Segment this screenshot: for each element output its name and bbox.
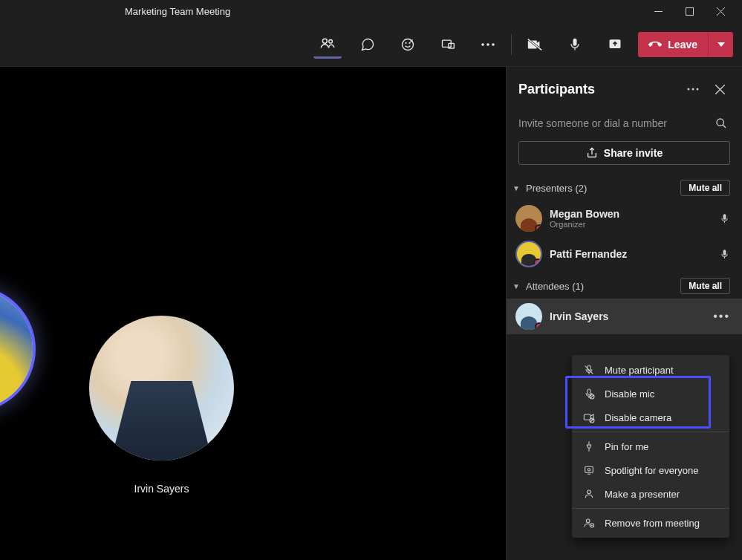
- ctx-pin-for-me[interactable]: Pin for me: [572, 434, 729, 458]
- panel-more-icon[interactable]: [683, 79, 703, 100]
- toolbar-left-group: [313, 30, 502, 59]
- attendees-toggle[interactable]: ▼: [512, 282, 521, 290]
- ctx-label: Spotlight for everyone: [605, 465, 698, 476]
- share-icon: [586, 147, 598, 159]
- avatar: [515, 205, 542, 232]
- ctx-remove-from-meeting[interactable]: Remove from meeting: [572, 511, 729, 535]
- svg-point-14: [688, 88, 690, 91]
- attendees-header: ▼ Attendees (1) Mute all: [507, 272, 742, 299]
- svg-point-11: [492, 43, 495, 46]
- participant-row[interactable]: Megan Bowen Organizer: [507, 201, 742, 236]
- stage-avatar[interactable]: [89, 316, 234, 460]
- pin-icon: [582, 440, 596, 453]
- mic-status-icon[interactable]: [719, 249, 730, 260]
- menu-separator: [572, 432, 729, 432]
- svg-point-3: [329, 39, 333, 43]
- svg-rect-21: [588, 389, 590, 394]
- presence-busy-icon: [535, 322, 542, 330]
- people-icon[interactable]: [313, 30, 342, 59]
- presenters-toggle[interactable]: ▼: [512, 184, 521, 192]
- ctx-label: Disable mic: [605, 388, 654, 400]
- panel-header: Participants: [507, 67, 742, 108]
- ctx-spotlight[interactable]: Spotlight for everyone: [572, 458, 729, 482]
- leave-button-group: Leave: [638, 32, 733, 57]
- ctx-label: Mute participant: [605, 365, 674, 376]
- participant-name: Irvin Sayers: [550, 310, 706, 322]
- presence-busy-icon: [535, 224, 542, 232]
- search-icon[interactable]: [712, 114, 730, 132]
- svg-point-6: [409, 42, 410, 43]
- ctx-make-presenter[interactable]: Make a presenter: [572, 482, 729, 506]
- share-invite-row: Share invite: [507, 138, 742, 174]
- hangup-icon: [648, 38, 662, 51]
- presenter-icon: [582, 487, 596, 501]
- participant-more-icon[interactable]: •••: [713, 310, 730, 323]
- svg-point-28: [586, 519, 590, 523]
- leave-label: Leave: [668, 39, 697, 51]
- chat-icon[interactable]: [354, 30, 382, 59]
- spotlight-icon: [582, 463, 596, 477]
- toolbar-separator: [511, 34, 512, 55]
- invite-input[interactable]: Invite someone or dial a number: [518, 117, 712, 129]
- share-screen-icon[interactable]: [601, 30, 629, 59]
- svg-rect-12: [573, 38, 577, 45]
- ctx-label: Disable camera: [605, 412, 671, 423]
- remove-person-icon: [582, 516, 596, 530]
- speaking-avatar-left[interactable]: [0, 286, 36, 412]
- participant-row[interactable]: Patti Fernandez: [507, 236, 742, 272]
- camera-off-icon[interactable]: [521, 30, 549, 59]
- meeting-toolbar: Leave: [0, 22, 742, 67]
- ctx-disable-camera[interactable]: Disable camera: [572, 406, 729, 429]
- camera-disabled-icon: [582, 411, 596, 424]
- participant-row[interactable]: Irvin Sayers •••: [507, 299, 742, 334]
- svg-rect-0: [654, 11, 663, 12]
- mic-off-icon: [582, 363, 596, 377]
- avatar: [515, 241, 542, 267]
- more-icon[interactable]: [474, 30, 502, 59]
- maximize-button[interactable]: [674, 0, 705, 22]
- svg-point-15: [692, 88, 694, 91]
- microphone-icon[interactable]: [561, 30, 589, 59]
- participant-name: Megan Bowen: [550, 208, 712, 220]
- svg-point-10: [486, 43, 489, 46]
- invite-row[interactable]: Invite someone or dial a number: [507, 108, 742, 138]
- reactions-icon[interactable]: [394, 30, 422, 59]
- participant-name: Patti Fernandez: [550, 248, 712, 260]
- participant-info: Irvin Sayers: [550, 310, 706, 322]
- svg-point-17: [717, 119, 723, 126]
- svg-point-5: [406, 42, 406, 43]
- avatar: [515, 303, 542, 330]
- svg-point-16: [697, 88, 699, 91]
- share-invite-button[interactable]: Share invite: [518, 141, 730, 165]
- ctx-label: Remove from meeting: [605, 518, 700, 529]
- svg-rect-23: [584, 414, 590, 420]
- participant-info: Megan Bowen Organizer: [550, 208, 712, 229]
- close-window-button[interactable]: [705, 0, 736, 22]
- leave-dropdown[interactable]: [708, 32, 733, 57]
- stage-participant-name: Irvin Sayers: [89, 483, 234, 495]
- svg-point-27: [588, 490, 591, 494]
- window-controls: [642, 0, 736, 22]
- svg-point-9: [481, 43, 484, 46]
- mute-all-presenters-button[interactable]: Mute all: [680, 180, 730, 196]
- mic-disabled-icon: [582, 387, 596, 400]
- mic-status-icon[interactable]: [719, 213, 730, 224]
- rooms-icon[interactable]: [434, 30, 462, 59]
- svg-point-2: [323, 39, 328, 43]
- menu-separator: [572, 508, 729, 509]
- share-invite-label: Share invite: [604, 147, 663, 159]
- ctx-disable-mic[interactable]: Disable mic: [572, 382, 729, 406]
- svg-rect-19: [723, 250, 726, 255]
- panel-close-icon[interactable]: [709, 79, 730, 100]
- attendees-label: Attendees (1): [526, 281, 676, 292]
- main-area: Irvin Sayers Participants Invite someone…: [0, 67, 742, 560]
- mute-all-attendees-button[interactable]: Mute all: [680, 278, 730, 294]
- svg-rect-18: [723, 214, 726, 220]
- titlebar: Marketing Team Meeting: [0, 0, 742, 22]
- presenters-label: Presenters (2): [526, 183, 676, 194]
- minimize-button[interactable]: [642, 0, 674, 22]
- leave-button[interactable]: Leave: [638, 32, 708, 57]
- presenters-header: ▼ Presenters (2) Mute all: [507, 174, 742, 201]
- participant-info: Patti Fernandez: [550, 248, 712, 260]
- ctx-mute-participant[interactable]: Mute participant: [572, 358, 729, 382]
